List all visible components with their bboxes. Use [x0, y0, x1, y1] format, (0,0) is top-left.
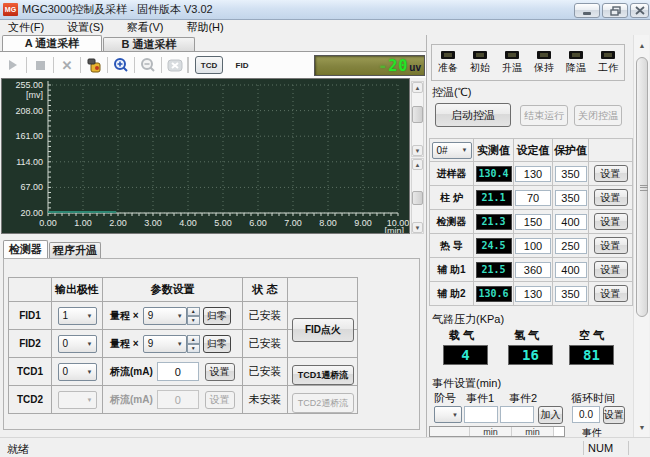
stage-combo[interactable]: ▼ [434, 406, 462, 423]
close-button[interactable] [630, 3, 649, 18]
svg-text:20.00: 20.00 [20, 208, 43, 218]
zone-selector-combo[interactable]: 0#▼ [432, 142, 472, 159]
svg-text:0.00: 0.00 [39, 218, 57, 228]
start-acquisition-button[interactable] [4, 56, 22, 74]
toolbar: ✕ [0, 51, 426, 78]
fid1-range-spinner[interactable]: ▲▼ [187, 307, 200, 325]
tab-detector[interactable]: 检测器 [3, 240, 48, 258]
fid1-zero-button[interactable]: 归零 [203, 307, 231, 325]
scroll-thumb[interactable] [412, 191, 423, 205]
svg-text:3.00: 3.00 [144, 218, 162, 228]
scroll-up-icon[interactable]: ▲ [412, 159, 423, 170]
minimize-icon [582, 6, 592, 15]
led-hold: 保持 [528, 45, 560, 80]
svg-text:114.00: 114.00 [16, 157, 43, 167]
add-event-button[interactable]: 加入 [538, 406, 563, 424]
event1-input[interactable] [464, 406, 498, 423]
temp-set-button[interactable]: 设置 [594, 237, 628, 254]
temp-set-button[interactable]: 设置 [594, 261, 628, 278]
svg-text:6.00: 6.00 [249, 218, 267, 228]
menu-settings[interactable]: 设置(S) [59, 20, 112, 35]
col-header-set: 设定值 [514, 138, 553, 162]
temp-row-label: 热 导 [429, 234, 474, 258]
cycle-set-button[interactable]: 设置 [603, 406, 625, 424]
tab-channel-a[interactable]: A 通道采样 [2, 35, 102, 51]
chart-scrollbar-lower[interactable]: ▲ ▼ [411, 158, 424, 234]
clear-button[interactable]: ✕ [58, 56, 76, 74]
scroll-thumb[interactable] [636, 57, 648, 317]
temp-set-input[interactable]: 130 [515, 286, 551, 302]
spin-up-icon[interactable]: ▲ [187, 307, 200, 316]
full-view-button[interactable] [166, 56, 184, 74]
zoom-in-button[interactable] [112, 56, 130, 74]
close-temp-control-button: 关闭控温 [574, 105, 622, 126]
fid2-zero-button[interactable]: 归零 [203, 335, 231, 353]
chevron-down-icon: ▼ [87, 313, 93, 319]
fid1-range-combo[interactable]: 9▼ [143, 307, 187, 325]
temp-set-button[interactable]: 设置 [594, 285, 628, 302]
tcd1-polarity-combo[interactable]: 0▼ [58, 363, 97, 381]
menu-view[interactable]: 察看(V) [119, 20, 172, 35]
scroll-up-icon[interactable]: ▲ [412, 82, 423, 93]
start-temp-control-button[interactable]: 启动控温 [435, 103, 511, 127]
list-col-min: min [470, 427, 512, 436]
fid-ignite-button[interactable]: FID点火 [292, 318, 354, 342]
tcd1-bridge-on-button[interactable]: TCD1通桥流 [292, 365, 354, 385]
stage-col-label: 阶号 [434, 391, 456, 406]
led-indicator-icon [569, 51, 583, 59]
stop-acquisition-button[interactable] [31, 56, 49, 74]
temp-set-input[interactable]: 150 [515, 214, 551, 230]
temp-protect-input[interactable]: 350 [555, 286, 587, 302]
cycle-time-input[interactable]: 0.0 [572, 406, 600, 423]
inject-button[interactable] [85, 56, 103, 74]
svg-text:1.00: 1.00 [74, 218, 92, 228]
temp-set-button[interactable]: 设置 [594, 165, 628, 182]
menu-file[interactable]: 文件(F) [0, 20, 52, 35]
tcd-toggle-button[interactable]: TCD [195, 56, 223, 74]
combo-value: 0# [437, 145, 448, 156]
temp-set-input[interactable]: 100 [515, 238, 551, 254]
tcd1-bridge-input[interactable]: 0 [157, 362, 199, 381]
spin-down-icon[interactable]: ▼ [187, 344, 200, 353]
tab-temp-program[interactable]: 程序升温 [49, 242, 101, 258]
fid2-range-combo[interactable]: 9▼ [143, 335, 187, 353]
scroll-down-icon[interactable]: ▼ [412, 222, 423, 233]
menu-help[interactable]: 帮助(H) [178, 20, 231, 35]
minimize-button[interactable] [574, 3, 600, 18]
spin-down-icon[interactable]: ▼ [187, 316, 200, 325]
temp-set-input[interactable]: 360 [515, 262, 551, 278]
fid2-range-spinner[interactable]: ▲▼ [187, 335, 200, 353]
temp-set-input[interactable]: 70 [515, 190, 551, 206]
spin-up-icon[interactable]: ▲ [187, 335, 200, 344]
temp-protect-input[interactable]: 400 [555, 262, 587, 278]
temp-protect-input[interactable]: 250 [555, 238, 587, 254]
fid-toggle-button[interactable]: FID [229, 56, 255, 74]
restore-button[interactable] [602, 3, 628, 18]
temp-set-input[interactable]: 130 [515, 166, 551, 182]
fid1-polarity-combo[interactable]: 1▼ [58, 307, 97, 325]
col-header-params: 参数设置 [103, 277, 243, 302]
play-icon [9, 60, 17, 70]
zoom-in-icon [113, 57, 129, 73]
detector-row-label: TCD1 [17, 366, 43, 377]
fid2-polarity-combo[interactable]: 0▼ [58, 335, 97, 353]
zoom-out-button[interactable] [139, 56, 157, 74]
temp-actual-display: 130.4 [476, 166, 512, 182]
temp-set-button[interactable]: 设置 [594, 213, 628, 230]
scroll-down-icon[interactable]: ▼ [412, 145, 423, 156]
tcd2-polarity-combo: ▼ [58, 391, 97, 409]
temp-protect-input[interactable]: 400 [555, 214, 587, 230]
temp-protect-input[interactable]: 350 [555, 190, 587, 206]
temp-protect-input[interactable]: 350 [555, 166, 587, 182]
tcd1-set-button[interactable]: 设置 [205, 363, 235, 381]
chart-scrollbar-upper[interactable]: ▲ ▼ [411, 81, 424, 157]
scroll-down-icon[interactable]: ▼ [636, 421, 648, 433]
led-label: 工作 [598, 61, 618, 75]
tab-channel-b[interactable]: B 通道采样 [103, 37, 195, 51]
led-indicator-icon [601, 51, 615, 59]
temp-set-button[interactable]: 设置 [594, 189, 628, 206]
scroll-thumb[interactable] [412, 106, 423, 123]
event2-input[interactable] [500, 406, 534, 423]
right-panel-scrollbar[interactable]: ▲ ▼ [633, 35, 649, 437]
scroll-up-icon[interactable]: ▲ [636, 39, 648, 51]
